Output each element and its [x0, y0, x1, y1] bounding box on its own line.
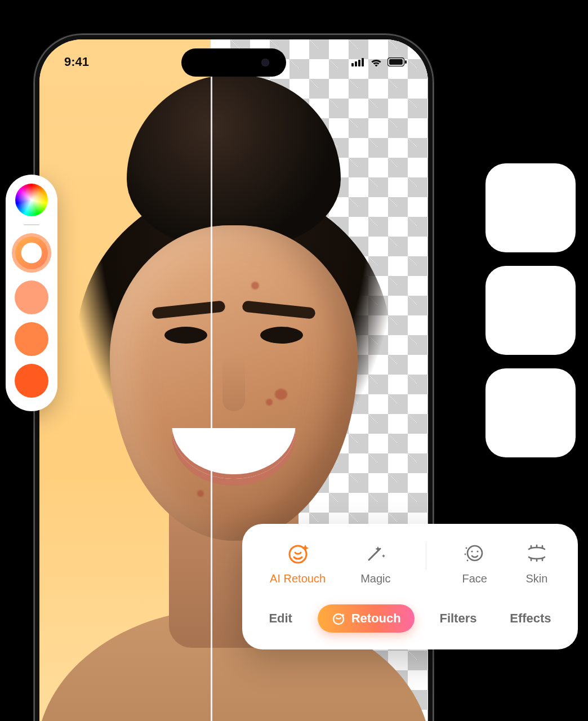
tabs-row: Edit Retouch Filters Effects: [252, 604, 568, 633]
svg-point-10: [476, 550, 478, 552]
palette-separator: [24, 224, 39, 225]
tab-retouch[interactable]: Retouch: [318, 604, 415, 633]
color-wheel-button[interactable]: [15, 184, 48, 216]
tool-face[interactable]: Face: [461, 540, 488, 585]
tab-edit[interactable]: Edit: [261, 606, 300, 631]
magic-wand-icon: [362, 540, 389, 567]
tab-filters[interactable]: Filters: [431, 606, 484, 631]
tab-effects[interactable]: Effects: [502, 606, 559, 631]
wifi-icon: [369, 57, 383, 67]
tools-row: AI Retouch Magic: [252, 540, 568, 585]
tab-label: Retouch: [351, 611, 401, 626]
color-swatch-3[interactable]: [15, 322, 48, 356]
dynamic-island: [181, 48, 286, 77]
cellular-icon: [351, 57, 365, 66]
svg-point-12: [464, 554, 466, 555]
color-swatch-1[interactable]: [12, 233, 51, 273]
svg-rect-3: [362, 58, 364, 66]
svg-point-13: [466, 560, 468, 562]
color-swatch-4[interactable]: [15, 364, 48, 398]
tool-label: Face: [462, 572, 487, 585]
tools-separator: [426, 542, 426, 569]
tool-label: Magic: [360, 572, 390, 585]
tool-panel: AI Retouch Magic: [242, 524, 578, 649]
before-background: [39, 39, 211, 721]
preset-thumbnail-1[interactable]: [485, 163, 576, 252]
skin-icon: [523, 540, 550, 567]
ai-retouch-icon: [284, 540, 311, 567]
svg-point-8: [467, 546, 482, 560]
svg-rect-2: [358, 60, 360, 66]
svg-rect-5: [389, 59, 403, 65]
tool-label: Skin: [525, 572, 547, 585]
color-swatch-2[interactable]: [15, 281, 48, 314]
svg-rect-1: [355, 61, 357, 66]
svg-rect-6: [405, 60, 407, 64]
retouch-pill-icon: [331, 611, 346, 626]
status-time: 9:41: [64, 55, 89, 69]
comparison-slider[interactable]: [211, 39, 212, 721]
preset-thumbnails: [485, 163, 576, 457]
preset-thumbnail-2[interactable]: [485, 266, 576, 355]
tool-label: AI Retouch: [270, 572, 326, 585]
tool-skin[interactable]: Skin: [523, 540, 550, 585]
tool-magic[interactable]: Magic: [360, 540, 390, 585]
tool-ai-retouch[interactable]: AI Retouch: [270, 540, 326, 585]
preset-thumbnail-3[interactable]: [485, 368, 576, 457]
color-palette: [6, 175, 57, 411]
svg-point-9: [471, 550, 473, 552]
status-right: [351, 57, 407, 67]
face-icon: [461, 540, 488, 567]
battery-icon: [387, 57, 407, 66]
svg-point-11: [465, 548, 467, 549]
svg-rect-0: [351, 63, 354, 66]
